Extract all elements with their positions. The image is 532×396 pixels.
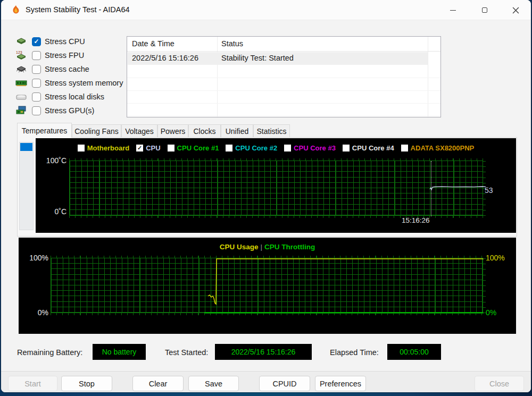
cpuid-button[interactable]: CPUID <box>259 376 310 391</box>
sensor-scrollbar[interactable] <box>19 142 34 230</box>
clear-button[interactable]: Clear <box>132 376 184 391</box>
usage-right-min-label: 0% <box>486 308 496 317</box>
legend-label: CPU Core #4 <box>352 144 394 152</box>
log-status: Stability Test: Started <box>221 54 294 62</box>
svg-text:123: 123 <box>16 50 22 54</box>
tab-cooling-fans[interactable]: Cooling Fans <box>72 124 121 138</box>
window-title: System Stability Test - AIDA64 <box>26 5 130 14</box>
row-divider <box>127 78 440 78</box>
stress-memory-row: Stress system memory <box>15 77 123 89</box>
legend-cpu-core-4[interactable]: CPU Core #4 <box>343 144 394 152</box>
legend-cpu-core-3[interactable]: CPU Core #3 <box>284 144 336 152</box>
usage-plot-grid <box>51 258 483 313</box>
stress-gpu-label: Stress GPU(s) <box>45 106 94 115</box>
legend-adata-ssd[interactable]: ADATA SX8200PNP <box>401 144 475 152</box>
col-status[interactable]: Status <box>221 39 243 48</box>
grid-ticks-top <box>69 158 483 161</box>
cpu-temp-value: 53 <box>485 186 493 195</box>
col-date-time[interactable]: Date & Time <box>132 39 174 48</box>
usage-lines <box>51 258 484 314</box>
stress-fpu-row: 123 Stress FPU <box>15 49 84 61</box>
usage-chart-title: CPU Usage|CPU Throttling <box>19 243 516 251</box>
maximize-button[interactable] <box>469 0 500 20</box>
tab-temperatures[interactable]: Temperatures <box>17 123 72 138</box>
legend-checkbox[interactable] <box>343 145 350 151</box>
close-window-button[interactable] <box>500 0 531 20</box>
table-row[interactable]: 2022/5/16 15:16:26 Stability Test: Start… <box>128 52 428 65</box>
button-label: Save <box>205 380 222 388</box>
check-icon: ✓ <box>137 145 142 151</box>
legend-checkbox[interactable] <box>168 145 174 151</box>
stress-gpu-row: Stress GPU(s) <box>15 105 94 116</box>
legend-label: CPU Core #2 <box>235 144 277 152</box>
close-icon <box>512 7 519 14</box>
stress-gpu-checkbox[interactable] <box>32 106 41 115</box>
legend-label: CPU Core #3 <box>294 144 336 152</box>
legend-checkbox[interactable] <box>401 145 408 151</box>
stress-cpu-checkbox[interactable]: ✓ <box>32 37 41 46</box>
legend-label: Motherboard <box>87 144 129 152</box>
test-started-box: 2022/5/16 15:16:26 <box>215 344 312 360</box>
test-started-label: Test Started: <box>165 348 208 357</box>
hard-disk-icon <box>15 91 27 102</box>
usage-y-max-label: 100% <box>24 254 48 262</box>
save-button[interactable]: Save <box>188 376 239 391</box>
legend-label: CPU <box>146 144 160 152</box>
close-button[interactable]: Close <box>475 376 524 391</box>
temperature-plot-grid <box>69 161 483 216</box>
start-button[interactable]: Start <box>8 376 57 391</box>
stress-cpu-label: Stress CPU <box>45 37 85 46</box>
footer-button-bar: Start Stop Clear Save CPUID Preferences … <box>1 371 531 392</box>
usage-right-max-label: 100% <box>486 254 505 262</box>
legend-cpu-core-2[interactable]: CPU Core #2 <box>226 144 277 152</box>
tab-label: Clocks <box>193 127 215 136</box>
stress-fpu-checkbox[interactable] <box>32 51 41 60</box>
row-divider <box>127 116 440 116</box>
stress-cpu-row: ✓ Stress CPU <box>15 36 85 47</box>
legend-checkbox-checked[interactable]: ✓ <box>136 145 143 151</box>
legend-label: CPU Core #1 <box>177 144 219 152</box>
tab-statistics[interactable]: Statistics <box>253 124 290 138</box>
button-label: Preferences <box>320 380 361 388</box>
log-datetime: 2022/5/16 15:16:26 <box>132 54 198 62</box>
tab-label: Cooling Fans <box>74 127 119 136</box>
fpu-chip-icon: 123 <box>15 50 27 61</box>
tab-clocks[interactable]: Clocks <box>188 124 221 138</box>
button-label: Clear <box>149 380 168 388</box>
legend-cpu-core-1[interactable]: CPU Core #1 <box>168 144 219 152</box>
maximize-icon <box>482 7 487 13</box>
minimize-icon <box>450 10 456 11</box>
table-header: Date & Time Status <box>127 37 440 52</box>
tab-label: Temperatures <box>22 127 68 135</box>
stress-cache-checkbox[interactable] <box>32 65 41 74</box>
tab-powers[interactable]: Powers <box>157 124 188 138</box>
stop-button[interactable]: Stop <box>61 376 112 391</box>
scrollbar-thumb[interactable] <box>20 143 32 151</box>
preferences-button[interactable]: Preferences <box>315 376 366 391</box>
stress-disks-checkbox[interactable] <box>32 92 41 102</box>
tab-unified[interactable]: Unified <box>221 124 253 138</box>
cpu-temperature-line <box>70 161 490 216</box>
legend-motherboard[interactable]: Motherboard <box>78 144 129 152</box>
row-divider <box>127 90 440 91</box>
tab-label: Statistics <box>256 127 286 136</box>
legend-checkbox[interactable] <box>78 145 85 151</box>
test-started-value: 2022/5/16 15:16:26 <box>231 348 296 356</box>
tab-voltages[interactable]: Voltages <box>121 124 157 138</box>
tab-label: Unified <box>226 127 249 136</box>
legend-checkbox[interactable] <box>226 145 232 151</box>
title-separator: | <box>259 243 265 251</box>
tab-label: Powers <box>161 127 186 136</box>
grid-ticks-bottom <box>51 313 483 315</box>
grid-ticks-top <box>51 256 483 258</box>
check-icon: ✓ <box>34 38 39 45</box>
stress-memory-label: Stress system memory <box>45 79 123 87</box>
stress-memory-checkbox[interactable] <box>32 79 41 88</box>
legend-cpu[interactable]: ✓ CPU <box>136 144 160 152</box>
stress-fpu-label: Stress FPU <box>45 51 84 60</box>
stress-disks-row: Stress local disks <box>15 91 104 103</box>
elapsed-time-box: 00:05:00 <box>387 344 441 360</box>
minimize-button[interactable] <box>437 0 468 20</box>
legend-checkbox[interactable] <box>284 145 291 151</box>
stress-cache-label: Stress cache <box>45 65 89 73</box>
